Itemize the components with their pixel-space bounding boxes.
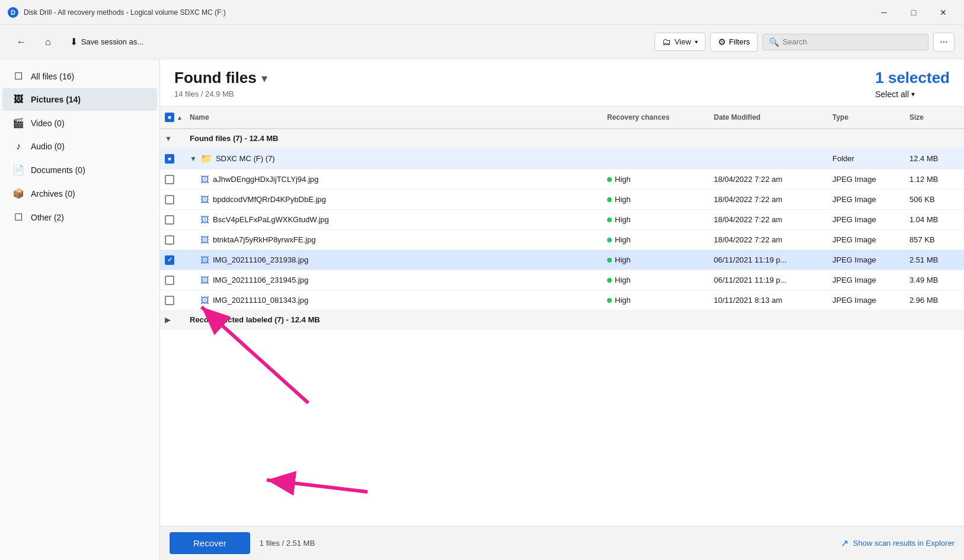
more-options-button[interactable]: ···	[933, 33, 955, 52]
header-type[interactable]: Type	[828, 107, 905, 128]
close-button[interactable]: ✕	[930, 3, 957, 22]
back-button[interactable]: ←	[9, 33, 33, 51]
sidebar-item-pictures[interactable]: 🖼 Pictures (14)	[2, 88, 157, 111]
file-date-2: 18/04/2022 7:22 am	[709, 210, 828, 229]
file-name-cell-5: 🖼 IMG_20211106_231945.jpg	[185, 270, 602, 290]
main-layout: ☐ All files (16) 🖼 Pictures (14) 🎬 Video…	[0, 59, 964, 560]
file-type-0: JPEG Image	[828, 170, 905, 188]
save-session-button[interactable]: ⬇ Save session as...	[63, 33, 151, 51]
file-recovery-2: High	[602, 210, 709, 229]
file-checkbox-6[interactable]	[165, 296, 174, 305]
file-checkbox-cell[interactable]	[160, 291, 185, 310]
bottom-info: 1 files / 2.51 MB	[260, 539, 315, 548]
folder-size: 12.4 MB	[905, 149, 964, 168]
group2-label: Reconstructed labeled (7) - 12.4 MB	[185, 311, 964, 329]
file-size-4: 2.51 MB	[905, 251, 964, 269]
triangle-down-icon[interactable]: ▼	[165, 135, 172, 143]
file-rows-container: 🖼 aJhwDEnggHDxJijTCLYj94.jpg High 18/04/…	[160, 169, 964, 311]
file-checkbox-cell[interactable]	[160, 170, 185, 189]
group2-expand[interactable]: ▶	[160, 311, 185, 329]
header-checkbox[interactable]	[165, 113, 174, 122]
header-checkbox-cell[interactable]: ▲	[160, 107, 185, 128]
folder-expand-icon[interactable]: ▼	[190, 155, 197, 163]
file-checkbox-3[interactable]	[165, 235, 174, 245]
header-recovery[interactable]: Recovery chances	[602, 107, 709, 128]
folder-checkbox[interactable]	[165, 154, 174, 164]
file-thumbnail-icon: 🖼	[200, 235, 209, 245]
sidebar-item-archives[interactable]: 📦 Archives (0)	[2, 182, 157, 205]
content-area: Found files ▾ 14 files / 24.9 MB 1 selec…	[160, 59, 964, 560]
file-checkbox-5[interactable]	[165, 276, 174, 285]
table-row[interactable]: 🖼 bpddcodVMfQRrD4KPybDbE.jpg High 18/04/…	[160, 190, 964, 210]
file-type-6: JPEG Image	[828, 291, 905, 309]
search-input[interactable]	[783, 37, 922, 46]
table-row[interactable]: 🖼 IMG_20211106_231945.jpg High 06/11/202…	[160, 270, 964, 290]
file-table: ▲ Name Recovery chances Date Modified Ty…	[160, 106, 964, 526]
file-checkbox-cell[interactable]	[160, 210, 185, 229]
search-icon: 🔍	[769, 37, 779, 47]
app-icon: D	[7, 7, 19, 18]
folder-icon: 📁	[200, 153, 212, 164]
header-type-label: Type	[832, 113, 848, 121]
recovery-dot-0	[607, 177, 612, 182]
file-size-2: 1.04 MB	[905, 210, 964, 229]
file-thumbnail-icon: 🖼	[200, 215, 209, 225]
table-row[interactable]: 🖼 BscV4pELFxPaLgWXKGtudW.jpg High 18/04/…	[160, 210, 964, 230]
header-date[interactable]: Date Modified	[709, 107, 828, 128]
file-recovery-5: High	[602, 271, 709, 289]
content-header-right: 1 selected Select all ▾	[875, 69, 950, 101]
recover-button[interactable]: Recover	[170, 532, 250, 554]
folder-row[interactable]: ▼ 📁 SDXC MC (F) (7) Folder 12.4 MB	[160, 148, 964, 169]
file-date-5: 06/11/2021 11:19 p...	[709, 271, 828, 289]
home-button[interactable]: ⌂	[38, 33, 58, 51]
file-size-5: 3.49 MB	[905, 271, 964, 289]
table-row[interactable]: 🖼 btnktaA7j5yRkHP8yrwxFE.jpg High 18/04/…	[160, 230, 964, 250]
sidebar-item-documents[interactable]: 📄 Documents (0)	[2, 158, 157, 181]
filter-icon: ⚙	[718, 37, 726, 47]
sidebar-item-video[interactable]: 🎬 Video (0)	[2, 111, 157, 135]
sidebar-item-audio[interactable]: ♪ Audio (0)	[2, 135, 157, 158]
file-checkbox-cell[interactable]	[160, 190, 185, 209]
file-size-0: 1.12 MB	[905, 170, 964, 188]
file-type-2: JPEG Image	[828, 210, 905, 229]
select-all-label: Select all	[875, 89, 909, 99]
file-checkbox-cell[interactable]	[160, 271, 185, 290]
search-box[interactable]: 🔍	[762, 34, 928, 50]
recovery-label-3: High	[615, 235, 631, 244]
header-size[interactable]: Size	[905, 107, 964, 128]
file-checkbox-4[interactable]	[165, 255, 174, 265]
triangle-right-icon[interactable]: ▶	[165, 316, 170, 324]
explorer-icon: ↗	[841, 537, 848, 549]
sidebar-item-other[interactable]: ☐ Other (2)	[2, 206, 157, 229]
file-thumbnail-icon: 🖼	[200, 174, 209, 184]
folder-checkbox-cell[interactable]	[160, 149, 185, 168]
minimize-button[interactable]: ─	[870, 3, 898, 22]
file-name-cell-0: 🖼 aJhwDEnggHDxJijTCLYj94.jpg	[185, 169, 602, 189]
file-recovery-6: High	[602, 291, 709, 309]
header-date-label: Date Modified	[714, 113, 761, 121]
show-explorer-button[interactable]: ↗ Show scan results in Explorer	[841, 537, 955, 549]
sidebar-label-other: Other (2)	[31, 213, 148, 222]
view-button[interactable]: 🗂 View ▾	[655, 33, 706, 51]
group1-label: Found files (7) - 12.4 MB	[185, 129, 964, 148]
file-checkbox-2[interactable]	[165, 215, 174, 225]
table-row[interactable]: 🖼 aJhwDEnggHDxJijTCLYj94.jpg High 18/04/…	[160, 169, 964, 190]
file-size-3: 857 KB	[905, 231, 964, 249]
filters-button[interactable]: ⚙ Filters	[710, 33, 758, 52]
recovery-label-2: High	[615, 215, 631, 224]
home-icon: ⌂	[45, 37, 51, 47]
select-all-button[interactable]: Select all ▾	[875, 87, 915, 101]
sidebar-item-all-files[interactable]: ☐ All files (16)	[2, 65, 157, 88]
file-checkbox-cell[interactable]	[160, 231, 185, 249]
table-row[interactable]: 🖼 IMG_20211110_081343.jpg High 10/11/202…	[160, 290, 964, 311]
file-checkbox-1[interactable]	[165, 195, 174, 204]
title-chevron-icon[interactable]: ▾	[261, 71, 267, 85]
header-name[interactable]: Name	[185, 107, 602, 128]
group1-expand[interactable]: ▼	[160, 130, 185, 148]
file-checkbox-0[interactable]	[165, 175, 174, 184]
file-recovery-3: High	[602, 231, 709, 249]
maximize-button[interactable]: □	[900, 3, 927, 22]
file-checkbox-cell[interactable]	[160, 251, 185, 270]
folder-recovery	[602, 154, 709, 164]
table-row[interactable]: 🖼 IMG_20211106_231938.jpg High 06/11/202…	[160, 250, 964, 270]
